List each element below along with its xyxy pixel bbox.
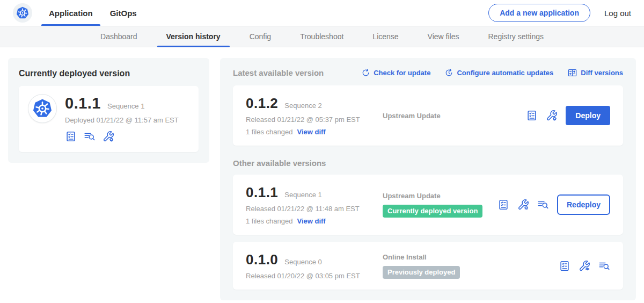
subnav-troubleshoot[interactable]: Troubleshoot	[286, 26, 358, 47]
main-content: Currently deployed version 0.1.1 Sequenc…	[0, 47, 644, 303]
config-gear-icon[interactable]	[546, 110, 558, 121]
version-source-label: Upstream Update	[383, 192, 497, 200]
tab-application-label: Application	[49, 9, 93, 18]
logs-icon[interactable]	[598, 260, 610, 272]
other-versions-header: Other available versions	[233, 158, 623, 168]
files-changed-label: 1 files changed	[246, 128, 292, 136]
tab-application[interactable]: Application	[41, 0, 100, 26]
kubernetes-logo	[13, 3, 32, 23]
checklist-icon[interactable]	[65, 131, 77, 142]
top-navigation-bar: Application GitOps Add a new application…	[0, 0, 644, 26]
refresh-icon	[361, 68, 370, 77]
sequence-label: Sequence 1	[284, 191, 321, 199]
latest-version-header: Latest available version	[233, 68, 324, 77]
logout-button[interactable]: Log out	[604, 9, 631, 18]
released-timestamp: Released 01/21/22 @ 11:48 am EST	[246, 205, 383, 213]
checklist-icon[interactable]	[526, 110, 538, 121]
released-timestamp: Released 01/20/22 @ 03:05 pm EST	[246, 272, 383, 280]
view-diff-link[interactable]: View diff	[297, 128, 325, 136]
logs-icon[interactable]	[84, 131, 96, 142]
section-navigation: Dashboard Version history Config Trouble…	[0, 26, 644, 47]
version-card-0-1-2: 0.1.2 Sequence 2 Released 01/21/22 @ 05:…	[233, 85, 623, 146]
app-icon	[28, 95, 56, 122]
check-for-update-link[interactable]: Check for update	[361, 68, 430, 78]
version-actions: Check for update Configure automatic upd…	[361, 68, 623, 78]
version-card-0-1-1: 0.1.1 Sequence 1 Released 01/21/22 @ 11:…	[233, 175, 623, 235]
add-new-application-button[interactable]: Add a new application	[488, 4, 590, 22]
subnav-registry-settings[interactable]: Registry settings	[474, 26, 558, 47]
released-timestamp: Released 01/21/22 @ 05:37 pm EST	[246, 116, 383, 124]
version-number: 0.1.2	[246, 95, 278, 112]
version-number: 0.1.0	[246, 251, 278, 268]
available-versions-panel: Latest available version Check for updat…	[220, 58, 636, 300]
subnav-dashboard[interactable]: Dashboard	[86, 26, 152, 47]
version-source-label: Upstream Update	[383, 112, 526, 120]
deployed-version-number: 0.1.1	[65, 95, 101, 112]
version-source-label: Online Install	[383, 253, 559, 261]
checklist-icon[interactable]	[559, 260, 570, 272]
view-diff-link[interactable]: View diff	[297, 217, 325, 225]
deployed-version-card: 0.1.1 Sequence 1 Deployed 01/21/22 @ 11:…	[19, 86, 199, 152]
configure-automatic-updates-link[interactable]: Configure automatic updates	[444, 68, 553, 78]
previously-deployed-badge: Previously deployed	[383, 266, 460, 279]
redeploy-button[interactable]: Redeploy	[557, 194, 610, 215]
deploy-button[interactable]: Deploy	[566, 106, 610, 125]
diff-icon	[567, 68, 577, 78]
sequence-label: Sequence 0	[284, 258, 321, 266]
tab-gitops[interactable]: GitOps	[103, 0, 144, 26]
deployed-sequence-label: Sequence 1	[107, 102, 144, 110]
config-gear-icon[interactable]	[517, 199, 529, 211]
subnav-config[interactable]: Config	[235, 26, 286, 47]
tab-gitops-label: GitOps	[110, 9, 137, 18]
currently-deployed-panel: Currently deployed version 0.1.1 Sequenc…	[8, 58, 209, 163]
config-view-icon[interactable]	[579, 260, 590, 272]
check-for-update-label: Check for update	[374, 69, 430, 77]
app-tabs: Application GitOps	[41, 0, 144, 26]
clock-refresh-icon	[444, 68, 453, 77]
sequence-label: Sequence 2	[284, 102, 321, 110]
diff-versions-label: Diff versions	[581, 69, 623, 77]
currently-deployed-title: Currently deployed version	[19, 69, 199, 78]
subnav-license[interactable]: License	[358, 26, 413, 47]
version-number: 0.1.1	[246, 184, 278, 201]
files-changed-label: 1 files changed	[246, 217, 292, 225]
currently-deployed-badge: Currently deployed version	[383, 205, 482, 218]
subnav-version-history[interactable]: Version history	[152, 26, 235, 47]
diff-versions-link[interactable]: Diff versions	[567, 68, 623, 78]
config-gear-icon[interactable]	[103, 131, 114, 142]
configure-automatic-updates-label: Configure automatic updates	[457, 69, 553, 77]
subnav-view-files[interactable]: View files	[413, 26, 474, 47]
logs-icon[interactable]	[537, 199, 549, 211]
checklist-icon[interactable]	[497, 199, 509, 211]
deployed-timestamp: Deployed 01/21/22 @ 11:57 am EST	[65, 116, 179, 124]
version-card-0-1-0: 0.1.0 Sequence 0 Released 01/20/22 @ 03:…	[233, 242, 623, 290]
